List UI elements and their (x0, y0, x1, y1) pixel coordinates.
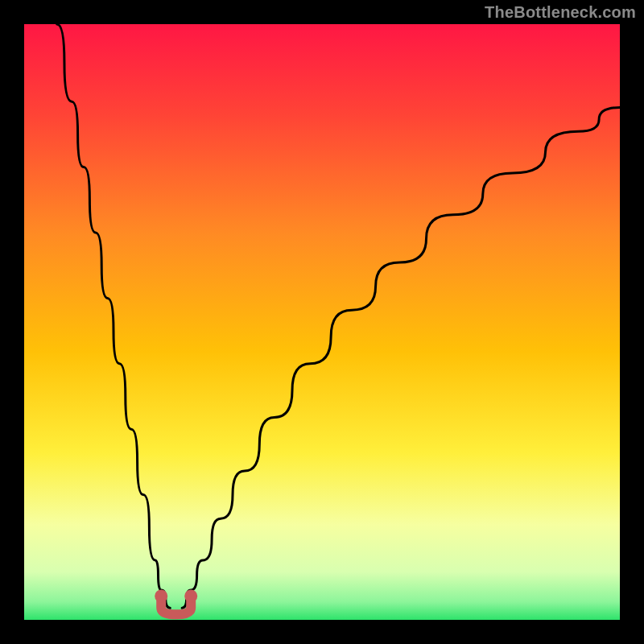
optimal-range-left-dot (155, 589, 167, 602)
chart-frame: TheBottleneck.com (0, 0, 644, 644)
bottleneck-curve (24, 24, 620, 620)
plot-area (24, 24, 620, 620)
curve-left (57, 24, 171, 608)
curve-right (182, 108, 620, 609)
optimal-range-right-dot (184, 589, 197, 602)
attribution-watermark: TheBottleneck.com (485, 3, 636, 22)
